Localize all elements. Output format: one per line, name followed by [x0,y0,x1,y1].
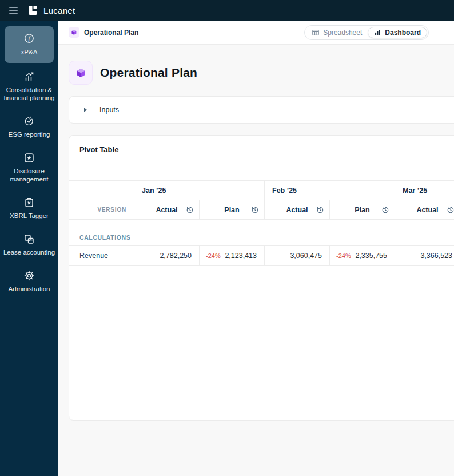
breadcrumb[interactable]: Operational Plan [69,27,138,38]
cell-jan-plan[interactable]: -24% 2,123,413 [199,246,264,266]
bar-chart-icon [23,71,35,82]
cell-value: 2,123,413 [225,252,257,260]
calculations-group-label: CALCULATIONS [69,229,454,246]
sidebar-item-label: XBRL Tagger [10,212,49,220]
inputs-section-toggle[interactable]: Inputs [69,96,454,124]
cell-feb-plan[interactable]: -24% 2,335,755 [329,246,395,266]
column-header-jan-actual[interactable]: Actual [134,200,199,220]
dashboard-toggle-button[interactable]: Dashboard [368,27,427,38]
breadcrumb-bar: Operational Plan Spreadsheet [58,21,454,45]
breadcrumb-label: Operational Plan [84,29,138,37]
table-row-revenue: Revenue 2,782,250 -24% 2,123,413 3,060,4… [69,246,454,266]
version-label: VERSION [69,200,134,220]
leaf-check-icon [23,116,35,127]
svg-text:f: f [29,35,31,42]
history-icon[interactable] [251,206,259,214]
cell-feb-actual[interactable]: 3,060,475 [264,246,329,266]
history-icon[interactable] [447,206,454,214]
dashboard-icon [374,29,381,36]
main-area: Operational Plan Spreadsheet [58,21,454,476]
star-square-icon [23,152,35,164]
sidebar-item-xpa[interactable]: f xP&A [5,26,54,63]
row-label-revenue[interactable]: Revenue [69,246,134,266]
sidebar-item-label: Lease accounting [3,248,55,256]
menu-icon[interactable] [9,7,18,14]
column-header-label: Plan [355,206,369,214]
column-header-label: Actual [416,206,438,214]
function-icon: f [23,33,35,44]
cube-icon [69,27,79,38]
column-header-mar-actual[interactable]: Actual [395,200,454,220]
lucanet-logo-icon [27,5,38,16]
month-header-mar: Mar ’25 [395,181,454,200]
sidebar-item-label: Consolidation & financial planning [2,86,57,102]
column-header-feb-actual[interactable]: Actual [264,200,329,220]
pivot-table-card: Pivot Table Jan ’25 Feb ’25 Mar ’25 VERS… [69,135,454,421]
delta-badge: -24% [336,252,351,259]
sidebar-item-esg[interactable]: ESG reporting [2,116,57,138]
cell-value: 3,060,475 [290,252,322,260]
column-header-feb-plan[interactable]: Plan [329,200,395,220]
clipboard-x-icon [23,197,35,208]
history-icon[interactable] [316,206,324,214]
column-header-label: Actual [286,206,308,214]
sidebar-item-label: Administration [9,285,50,293]
cell-value: 2,335,755 [355,252,387,260]
spreadsheet-icon [312,29,320,37]
brand-name: Lucanet [43,6,75,15]
history-icon[interactable] [381,206,389,214]
cube-icon [69,61,93,85]
sidebar: f xP&A Consolidation & financial plannin… [0,21,58,476]
sidebar-item-consolidation[interactable]: Consolidation & financial planning [2,71,57,102]
column-header-label: Actual [156,206,177,214]
column-header-label: Plan [224,206,239,214]
brand: Lucanet [27,5,75,16]
version-header-row: VERSION Actual Plan [69,200,454,220]
sidebar-item-label: xP&A [21,48,38,56]
view-toggle: Spreadsheet Dashboard [304,25,429,40]
month-header-jan: Jan ’25 [134,181,264,200]
cell-value: 2,782,250 [160,252,192,260]
sidebar-item-xbrl[interactable]: XBRL Tagger [2,197,57,220]
chevron-right-icon [84,108,87,112]
content: Operational Plan Inputs Pivot Table Jan … [58,61,454,421]
inputs-section-label: Inputs [99,106,119,114]
column-header-jan-plan[interactable]: Plan [199,200,264,220]
spreadsheet-toggle-button[interactable]: Spreadsheet [306,27,368,38]
cell-mar-actual[interactable]: 3,366,523 [395,246,454,266]
sidebar-item-label: Disclosure management [2,167,57,183]
topbar: Lucanet [0,0,454,21]
history-icon[interactable] [186,206,194,214]
month-header-row: Jan ’25 Feb ’25 Mar ’25 [69,181,454,200]
dashboard-toggle-label: Dashboard [385,29,421,37]
gear-icon [23,270,35,281]
lease-calendar-icon [23,233,35,245]
sidebar-item-administration[interactable]: Administration [2,270,57,293]
pivot-table-title: Pivot Table [69,136,454,180]
sidebar-item-disclosure[interactable]: Disclosure management [2,152,57,183]
page-header: Operational Plan [69,61,454,85]
spacer-row [69,220,454,229]
sidebar-item-label: ESG reporting [9,130,50,138]
pivot-table: Jan ’25 Feb ’25 Mar ’25 VERSION Actual [69,180,454,266]
page-title: Operational Plan [100,66,197,80]
corner-cell [69,181,134,200]
spreadsheet-toggle-label: Spreadsheet [323,29,362,37]
delta-badge: -24% [206,252,221,259]
sidebar-item-lease[interactable]: Lease accounting [2,233,57,256]
cell-value: 3,366,523 [420,252,452,260]
cell-jan-actual[interactable]: 2,782,250 [134,246,199,266]
month-header-feb: Feb ’25 [264,181,395,200]
